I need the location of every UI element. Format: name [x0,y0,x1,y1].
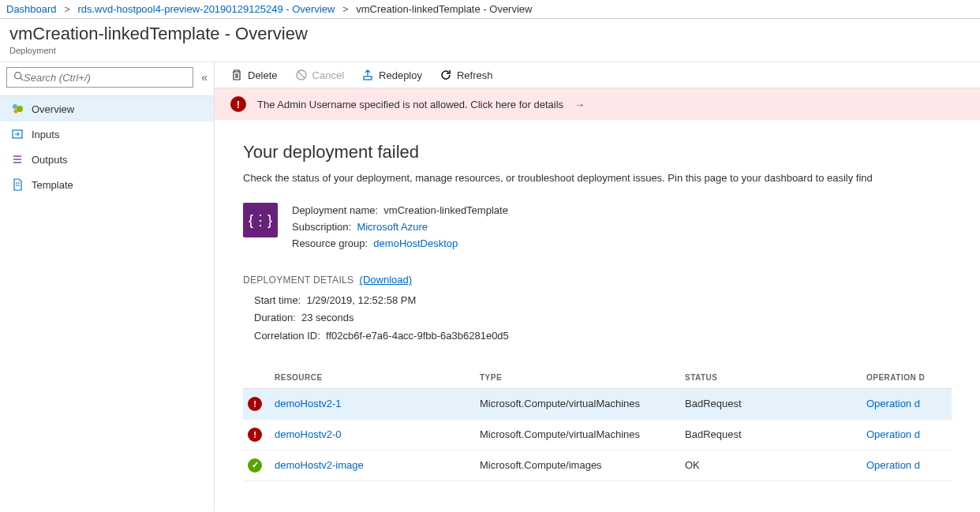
svg-rect-13 [364,77,372,80]
failure-description: Check the status of your deployment, man… [243,172,952,184]
download-link[interactable]: (Download) [360,274,412,286]
sidebar: « Overview Inputs Outputs Template [0,62,215,511]
resource-group-label: Resource group: [292,237,368,249]
breadcrumb-link[interactable]: rds.wvd-hostpool4-preview-20190129125249… [77,3,335,15]
refresh-button[interactable]: Refresh [440,69,493,81]
details-header: DEPLOYMENT DETAILS (Download) [243,274,952,286]
search-icon [13,71,24,84]
deployment-meta: Deployment name: vmCreation-linkedTempla… [292,203,508,252]
page-subtitle: Deployment [9,46,971,55]
deploy-name-label: Deployment name: [292,204,378,216]
svg-point-4 [14,110,18,114]
deploy-name-value: vmCreation-linkedTemplate [383,204,508,216]
table-row[interactable]: ! demoHostv2-0 Microsoft.Compute/virtual… [243,420,952,450]
resource-link[interactable]: demoHostv2-image [275,459,364,471]
overview-icon [11,103,24,115]
deployment-icon: {⋮} [243,203,278,237]
success-status-icon: ✓ [248,458,262,473]
resource-type: Microsoft.Compute/virtualMachines [480,398,685,409]
toolbar: Delete Cancel Redeploy Refresh [215,62,980,88]
table-row[interactable]: ✓ demoHostv2-image Microsoft.Compute/ima… [243,450,952,481]
resource-link[interactable]: demoHostv2-0 [275,428,342,440]
duration-value: 23 seconds [301,312,354,323]
sidebar-item-label: Template [32,179,73,191]
resource-status: BadRequest [685,428,866,440]
inputs-icon [11,128,24,140]
svg-point-2 [13,104,17,109]
subscription-link[interactable]: Microsoft Azure [357,221,428,233]
sidebar-item-label: Inputs [32,129,59,140]
header-operation: OPERATION D [866,373,952,382]
refresh-label: Refresh [457,69,493,81]
search-input[interactable] [24,72,186,84]
header-resource: RESOURCE [275,373,480,382]
operation-link[interactable]: Operation d [866,428,920,440]
resource-group-link[interactable]: demoHostDesktop [373,237,458,249]
resource-status: OK [685,459,866,471]
svg-line-12 [298,72,305,78]
redeploy-button[interactable]: Redeploy [361,69,422,81]
error-badge-icon: ! [230,96,246,112]
arrow-right-icon: → [574,99,585,110]
sidebar-item-label: Overview [32,103,74,115]
header-status: STATUS [685,373,866,382]
page-title: vmCreation-linkedTemplate - Overview [9,24,971,44]
error-status-icon: ! [248,428,262,442]
correlation-id-label: Correlation ID: [254,330,320,342]
table-header: RESOURCE TYPE STATUS OPERATION D [243,367,952,389]
resource-table: RESOURCE TYPE STATUS OPERATION D ! demoH… [243,367,952,481]
refresh-icon [440,69,452,81]
sidebar-item-outputs[interactable]: Outputs [0,147,214,172]
table-row[interactable]: ! demoHostv2-1 Microsoft.Compute/virtual… [243,389,952,420]
collapse-sidebar-icon[interactable]: « [201,71,208,84]
breadcrumb-sep: > [342,3,349,15]
cancel-label: Cancel [312,69,344,81]
start-time-label: Start time: [254,294,301,306]
resource-type: Microsoft.Compute/virtualMachines [480,428,685,440]
details-block: Start time: 1/29/2019, 12:52:58 PM Durat… [254,292,952,344]
svg-point-0 [15,73,21,79]
breadcrumb-current: vmCreation-linkedTemplate - Overview [356,3,532,15]
resource-status: BadRequest [685,398,866,409]
redeploy-icon [361,69,374,81]
subscription-label: Subscription: [292,221,351,233]
resource-type: Microsoft.Compute/images [480,459,685,471]
breadcrumb-sep: > [64,3,70,15]
sidebar-item-overview[interactable]: Overview [0,96,214,121]
header-type: TYPE [480,373,685,382]
operation-link[interactable]: Operation d [866,459,920,471]
template-icon [11,178,24,191]
redeploy-label: Redeploy [379,69,422,81]
page-header: vmCreation-linkedTemplate - Overview Dep… [0,19,980,62]
breadcrumb-link[interactable]: Dashboard [6,3,57,15]
breadcrumb: Dashboard > rds.wvd-hostpool4-preview-20… [0,0,980,19]
search-box[interactable] [6,67,193,88]
error-status-icon: ! [248,397,262,411]
start-time-value: 1/29/2019, 12:52:58 PM [306,294,416,306]
cancel-icon [295,69,308,81]
sidebar-item-inputs[interactable]: Inputs [0,121,214,147]
operation-link[interactable]: Operation d [866,398,920,409]
correlation-id-value: ff02cb6f-e7a6-4acc-9fbb-6a3b6281e0d5 [326,330,509,342]
delete-label: Delete [248,69,278,81]
sidebar-item-template[interactable]: Template [0,172,214,197]
error-banner[interactable]: ! The Admin Username specified is not al… [215,88,980,120]
sidebar-item-label: Outputs [32,154,68,166]
duration-label: Duration: [254,312,296,323]
delete-button[interactable]: Delete [230,69,278,81]
main-content: Delete Cancel Redeploy Refresh ! The Adm… [215,62,980,511]
failure-title: Your deployment failed [243,142,952,163]
svg-line-1 [21,78,23,80]
trash-icon [230,69,243,81]
outputs-icon [11,153,24,166]
banner-text: The Admin Username specified is not allo… [257,99,563,110]
resource-link[interactable]: demoHostv2-1 [275,398,342,409]
cancel-button: Cancel [295,69,344,81]
